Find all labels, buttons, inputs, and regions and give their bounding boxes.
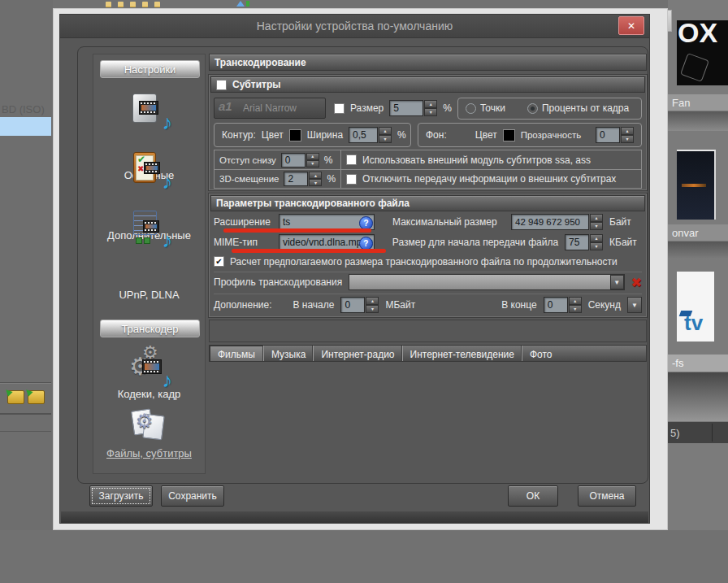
music-note-icon: ♪ <box>162 111 173 134</box>
start-size-spinner: 75 ▴▾ <box>565 234 603 250</box>
percent-label: % <box>327 173 336 185</box>
spin-down-button[interactable]: ▾ <box>569 305 582 313</box>
estimate-checkbox[interactable]: ✔ <box>214 256 224 267</box>
spin-down-button[interactable]: ▾ <box>590 222 603 230</box>
toolbar-icon-fragment-blue[interactable] <box>236 1 245 7</box>
max-size-input[interactable]: 42 949 672 950 <box>511 214 589 230</box>
start-size-label: Размер для начала передачи файла <box>392 237 558 248</box>
network-server-icon: ♪ <box>131 209 168 246</box>
extension-label: Расширение <box>214 216 272 228</box>
outline-color-swatch[interactable] <box>289 129 301 141</box>
spin-up-button[interactable]: ▴ <box>366 297 379 305</box>
extension-input[interactable]: ts ? <box>279 214 375 230</box>
offset-spinner: 0 ▴▾ <box>281 153 319 168</box>
annotation-underline-extension <box>223 228 371 233</box>
band-divider <box>712 424 713 442</box>
tab-films[interactable]: Фильмы <box>210 346 263 361</box>
ok-button[interactable]: ОК <box>508 485 558 507</box>
width-input[interactable]: 0,5 <box>349 127 378 143</box>
opacity-input[interactable]: 0 <box>596 127 620 143</box>
toolbar-icon-fragment[interactable] <box>118 2 124 7</box>
toolbar-icon-fragment-green[interactable] <box>246 1 249 7</box>
sidebar-item-label[interactable]: Кодеки, кадр <box>93 388 205 400</box>
spin-up-button[interactable]: ▴ <box>621 127 634 135</box>
seconds-dropdown-button[interactable]: ▼ <box>627 297 642 313</box>
dialog-close-button[interactable]: ✕ <box>618 16 644 35</box>
sidebar-item-label-selected[interactable]: Файлы, субтитры <box>93 447 205 459</box>
font-button[interactable]: a1 Arial Narrow <box>214 98 326 119</box>
profile-dropdown[interactable]: ▼ <box>349 274 624 290</box>
dropdown-arrow-button[interactable]: ▼ <box>610 275 624 289</box>
addition-label: Дополнение: <box>214 299 271 311</box>
network-node <box>144 237 150 244</box>
spin-up-button[interactable]: ▴ <box>590 214 603 222</box>
end-spinner: 0 ▴▾ <box>544 297 582 313</box>
offset-input[interactable]: 0 <box>281 153 306 168</box>
toolbar-icon-fragment[interactable] <box>154 2 160 7</box>
tab-music[interactable]: Музыка <box>263 346 313 361</box>
spin-up-button[interactable]: ▴ <box>379 127 392 135</box>
mime-input[interactable]: video/vnd.dlna.mpeg ? <box>279 234 375 250</box>
media-item-label-selected[interactable]: -fs <box>668 355 728 372</box>
color-label: Цвет <box>262 129 284 141</box>
radio-percent[interactable] <box>527 103 538 114</box>
color-label: Цвет <box>475 129 497 141</box>
spin-down-button[interactable]: ▾ <box>621 135 634 143</box>
thumbnail-dark[interactable] <box>677 150 716 220</box>
thumbnail-tv-logo[interactable]: tv <box>677 272 714 342</box>
spin-down-button[interactable]: ▾ <box>306 160 319 168</box>
subtitles-label: Субтитры <box>232 79 280 90</box>
load-button[interactable]: Загрузить <box>89 485 153 507</box>
bg-color-swatch[interactable] <box>503 129 515 141</box>
spin-down-button[interactable]: ▾ <box>379 135 392 143</box>
font-name-label: Arial Narrow <box>243 102 297 114</box>
size-unit-radio-group: Точки Проценты от кадра <box>457 98 642 120</box>
size-checkbox[interactable]: ✔ <box>334 103 344 114</box>
open-folder-icon[interactable] <box>28 390 45 404</box>
spin-up-button[interactable]: ▴ <box>306 153 319 160</box>
tab-internet-tv[interactable]: Интернет-телевидение <box>402 346 522 361</box>
spin-up-button[interactable]: ▴ <box>590 234 603 242</box>
spin-up-button[interactable]: ▴ <box>309 172 322 179</box>
cancel-button[interactable]: Отмена <box>578 485 636 507</box>
toolbar-icon-fragment[interactable] <box>142 2 148 7</box>
size-input[interactable]: 5 <box>389 100 423 116</box>
spin-up-button[interactable]: ▴ <box>569 297 582 305</box>
spin-down-button[interactable]: ▾ <box>590 242 603 250</box>
end-input[interactable]: 0 <box>544 297 568 313</box>
subtitles-checkbox[interactable]: ✔ <box>216 80 227 90</box>
kbytes-unit-label: КБайт <box>609 237 642 248</box>
start-size-input[interactable]: 75 <box>565 234 589 250</box>
ssa-module-checkbox[interactable]: ✔ <box>346 154 357 165</box>
help-icon[interactable]: ? <box>359 216 373 230</box>
toolbar-icon-fragment[interactable] <box>106 2 111 7</box>
category-tab-bar: Фильмы Музыка Интернет-радио Интернет-те… <box>209 345 647 362</box>
media-item-label[interactable]: onvar <box>668 224 728 241</box>
background-selected-row[interactable] <box>0 117 51 136</box>
profile-clear-button[interactable]: ✖ <box>631 275 642 290</box>
sidebar-item-label[interactable]: UPnP, DLNA <box>93 289 205 301</box>
begin-input[interactable]: 0 <box>340 297 365 313</box>
extension-row: Расширение ts ? Максимальный размер 42 9… <box>214 213 642 230</box>
save-button[interactable]: Сохранить <box>161 485 224 507</box>
external-subs-row: ✔ Отключить передачу информации о внешни… <box>346 170 639 188</box>
spin-down-button[interactable]: ▾ <box>424 108 437 116</box>
offset-3d-input[interactable]: 2 <box>284 172 308 186</box>
tab-photo[interactable]: Фото <box>522 346 560 361</box>
spin-down-button[interactable]: ▾ <box>366 305 379 313</box>
open-folder-icon[interactable] <box>7 390 24 404</box>
tv-logo-text: tv <box>684 311 703 336</box>
toolbar-icon-fragment[interactable] <box>130 2 136 7</box>
dialog-title-bar[interactable]: Настройки устройства по-умолчанию ✕ <box>60 15 649 38</box>
spin-down-button[interactable]: ▾ <box>309 179 322 186</box>
tab-internet-radio[interactable]: Интернет-радио <box>313 346 401 361</box>
help-icon[interactable]: ? <box>359 237 373 250</box>
thumbnail-box-logo[interactable]: OX <box>677 20 728 85</box>
background-list-item-label[interactable]: BD (ISO) <box>2 103 45 115</box>
spin-up-button[interactable]: ▴ <box>424 100 437 108</box>
begin-spinner: 0 ▴▾ <box>340 297 379 313</box>
radio-points[interactable] <box>466 103 476 114</box>
media-item-label[interactable]: Fan <box>668 94 728 111</box>
annotation-underline-mime <box>232 249 386 253</box>
external-subs-checkbox[interactable]: ✔ <box>346 174 357 185</box>
